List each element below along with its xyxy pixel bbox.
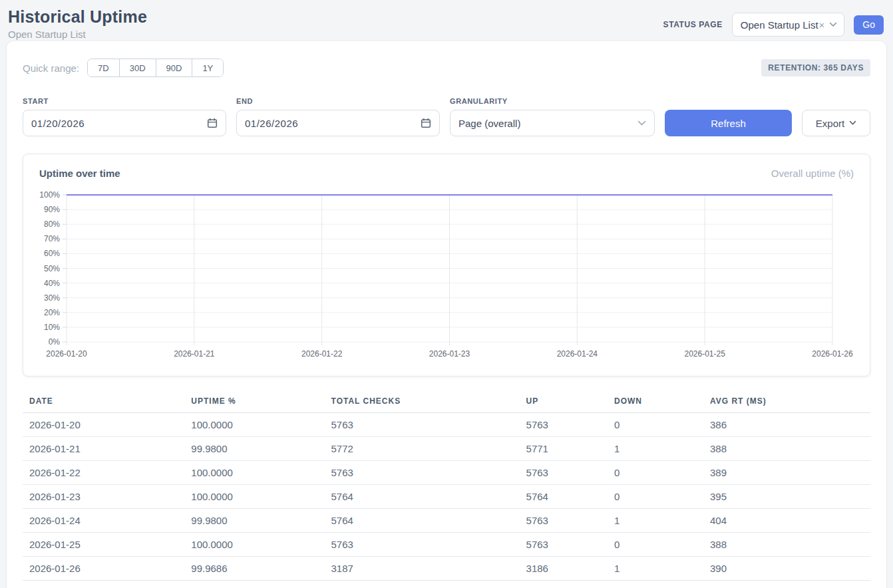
quick-range-button-1y[interactable]: 1Y — [192, 59, 223, 76]
chart-area: 0%10%20%30%40%50%60%70%80%90%100%2026-01… — [23, 187, 870, 368]
cell-uptime-pct: 100.0000 — [184, 485, 324, 509]
y-tick-label: 20% — [44, 308, 60, 317]
export-button[interactable]: Export — [802, 110, 870, 136]
cell-avg-rt: 388 — [703, 533, 870, 557]
y-tick-label: 40% — [44, 279, 60, 288]
table-header: DATEUPTIME %TOTAL CHECKSUPDOWNAVG RT (MS… — [23, 391, 870, 413]
clear-selection-icon[interactable]: × — [819, 19, 825, 31]
y-tick-label: 70% — [44, 234, 60, 243]
table-row: 2026-01-22100.0000576357630389 — [23, 461, 870, 485]
cell-uptime-pct: 100.0000 — [184, 461, 324, 485]
column-header-uptime-pct: UPTIME % — [184, 391, 324, 413]
table-row: 2026-01-2499.9800576457631404 — [23, 509, 870, 533]
table-row: 2026-01-2199.9800577257711388 — [23, 437, 870, 461]
end-date-field: END 01/26/2026 — [236, 97, 440, 136]
cell-total-checks: 5764 — [325, 485, 520, 509]
calendar-icon[interactable] — [207, 118, 218, 128]
cell-total-checks: 5763 — [325, 413, 520, 437]
page-subtitle: Open Startup List — [8, 29, 147, 40]
table-header-row: DATEUPTIME %TOTAL CHECKSUPDOWNAVG RT (MS… — [23, 391, 870, 413]
uptime-table: DATEUPTIME %TOTAL CHECKSUPDOWNAVG RT (MS… — [23, 391, 870, 581]
cell-date: 2026-01-22 — [23, 461, 184, 485]
column-header-up: UP — [520, 391, 608, 413]
start-label: START — [23, 97, 226, 105]
cell-down: 0 — [608, 461, 703, 485]
end-label: END — [236, 97, 440, 105]
table-row: 2026-01-20100.0000576357630386 — [23, 413, 870, 437]
quick-range-button-7d[interactable]: 7D — [88, 59, 119, 76]
start-date-value: 01/20/2026 — [31, 118, 207, 129]
main-card: Quick range: 7D30D90D1Y RETENTION: 365 D… — [7, 41, 886, 588]
chevron-down-icon — [829, 22, 837, 27]
cell-up: 5763 — [520, 509, 608, 533]
uptime-line-chart: 0%10%20%30%40%50%60%70%80%90%100%2026-01… — [23, 187, 870, 365]
cell-down: 1 — [608, 509, 703, 533]
quick-range-group: 7D30D90D1Y — [87, 59, 224, 77]
cell-avg-rt: 390 — [703, 557, 870, 581]
start-date-input[interactable]: 01/20/2026 — [23, 110, 226, 136]
end-date-input[interactable]: 01/26/2026 — [236, 110, 440, 136]
quick-range-button-30d[interactable]: 30D — [119, 59, 156, 76]
y-tick-label: 90% — [44, 205, 60, 214]
table-row: 2026-01-25100.0000576357630388 — [23, 533, 870, 557]
top-header: Historical Uptime Open Startup List STAT… — [0, 0, 893, 41]
y-tick-label: 10% — [44, 323, 60, 332]
cell-uptime-pct: 99.9686 — [184, 557, 324, 581]
end-date-value: 01/26/2026 — [245, 118, 421, 129]
cell-uptime-pct: 99.9800 — [184, 437, 324, 461]
export-label: Export — [816, 118, 844, 129]
cell-down: 1 — [608, 437, 703, 461]
quick-range-button-90d[interactable]: 90D — [156, 59, 192, 76]
cell-avg-rt: 395 — [703, 485, 870, 509]
controls-row: START 01/20/2026 END 01/26/2026 — [23, 97, 870, 136]
y-tick-label: 0% — [49, 337, 61, 347]
cell-date: 2026-01-24 — [23, 509, 184, 533]
column-header-avg-rt: AVG RT (MS) — [703, 391, 870, 413]
y-tick-label: 50% — [44, 264, 60, 273]
cell-up: 5763 — [520, 413, 608, 437]
cell-total-checks: 5763 — [325, 533, 520, 557]
y-tick-label: 100% — [39, 190, 60, 200]
uptime-chart-card: Uptime over time Overall uptime (%) 0%10… — [23, 154, 870, 376]
cell-up: 5763 — [520, 461, 608, 485]
granularity-value: Page (overall) — [458, 118, 637, 129]
x-tick-label: 2026-01-24 — [557, 349, 598, 359]
column-header-date: DATE — [23, 391, 184, 413]
chart-title: Uptime over time — [39, 168, 120, 179]
cell-uptime-pct: 100.0000 — [184, 533, 324, 557]
x-tick-label: 2026-01-26 — [812, 349, 853, 359]
table-row: 2026-01-23100.0000576457640395 — [23, 485, 870, 509]
cell-up: 5764 — [520, 485, 608, 509]
x-tick-label: 2026-01-25 — [684, 349, 725, 359]
calendar-icon[interactable] — [421, 118, 431, 128]
cell-uptime-pct: 99.9800 — [184, 509, 324, 533]
cell-down: 0 — [608, 413, 703, 437]
cell-up: 3186 — [520, 557, 608, 581]
title-block: Historical Uptime Open Startup List — [8, 7, 147, 40]
chevron-down-icon — [849, 120, 856, 126]
cell-up: 5763 — [520, 533, 608, 557]
cell-date: 2026-01-26 — [23, 557, 184, 581]
status-page-select[interactable]: Open Startup List × — [732, 13, 845, 37]
cell-date: 2026-01-23 — [23, 485, 184, 509]
x-tick-label: 2026-01-21 — [174, 349, 215, 359]
cell-down: 0 — [608, 533, 703, 557]
cell-avg-rt: 404 — [703, 509, 870, 533]
cell-date: 2026-01-21 — [23, 437, 184, 461]
granularity-label: GRANULARITY — [450, 97, 655, 105]
cell-total-checks: 5772 — [325, 437, 520, 461]
quick-range-label: Quick range: — [23, 63, 79, 74]
go-button[interactable]: Go — [854, 15, 884, 35]
retention-badge: RETENTION: 365 DAYS — [761, 59, 870, 76]
status-page-label: STATUS PAGE — [663, 20, 723, 29]
cell-avg-rt: 389 — [703, 461, 870, 485]
status-page-selected-value: Open Startup List — [741, 19, 818, 31]
x-tick-label: 2026-01-22 — [301, 349, 343, 359]
cell-date: 2026-01-20 — [23, 413, 184, 437]
cell-up: 5771 — [520, 437, 608, 461]
y-tick-label: 80% — [44, 220, 60, 229]
granularity-select[interactable]: Page (overall) — [450, 110, 655, 136]
page-title: Historical Uptime — [8, 7, 147, 27]
refresh-button[interactable]: Refresh — [665, 110, 792, 136]
cell-total-checks: 3187 — [325, 557, 520, 581]
